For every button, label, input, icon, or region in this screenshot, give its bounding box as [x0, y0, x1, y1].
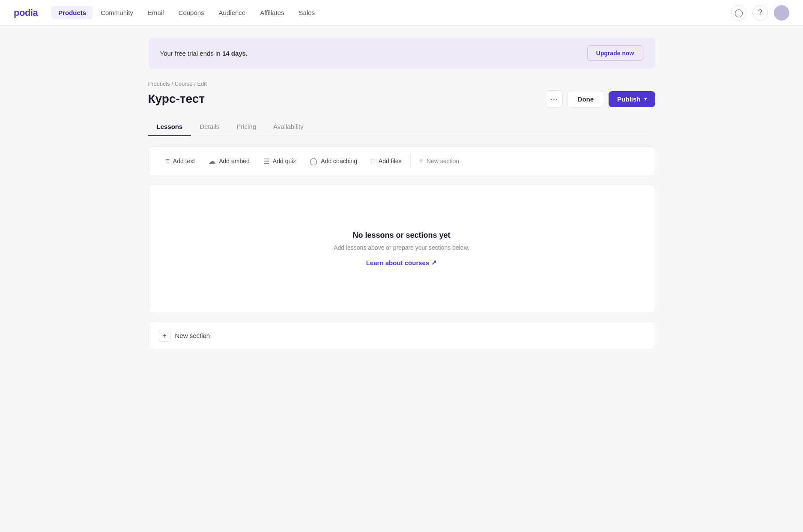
trial-text: Your free trial ends in 14 days. — [160, 50, 248, 57]
tab-availability[interactable]: Availability — [265, 118, 312, 136]
add-quiz-label: Add quiz — [273, 158, 296, 164]
empty-subtitle: Add lessons above or prepare your sectio… — [334, 244, 469, 251]
main-content: Products / Course / Edit Курс-тест ··· D… — [136, 81, 667, 367]
nav-link-affiliates[interactable]: Affiliates — [253, 6, 291, 19]
tab-lessons[interactable]: Lessons — [148, 118, 191, 136]
add-coaching-button[interactable]: ◯ Add coaching — [303, 154, 364, 169]
new-section-card[interactable]: + New section — [148, 322, 655, 350]
breadcrumb-course[interactable]: Course — [175, 81, 193, 87]
nav-link-coupons[interactable]: Coupons — [172, 6, 211, 19]
nav-link-audience[interactable]: Audience — [212, 6, 253, 19]
upgrade-button[interactable]: Upgrade now — [587, 45, 643, 61]
breadcrumb-edit: Edit — [197, 81, 206, 87]
logo[interactable]: podia — [14, 7, 38, 18]
nav-links: Products Community Email Coupons Audienc… — [51, 6, 731, 19]
quiz-icon: ☰ — [263, 157, 269, 165]
nav-link-community[interactable]: Community — [94, 6, 140, 19]
publish-button[interactable]: Publish ▾ — [609, 91, 655, 107]
new-section-label: New section — [175, 332, 210, 339]
breadcrumb: Products / Course / Edit — [148, 81, 655, 87]
tab-pricing[interactable]: Pricing — [228, 118, 265, 136]
navbar: podia Products Community Email Coupons A… — [0, 0, 803, 26]
plus-icon: + — [419, 157, 423, 165]
learn-label: Learn about courses — [366, 259, 430, 266]
add-text-label: Add text — [173, 158, 195, 164]
breadcrumb-products[interactable]: Products — [148, 81, 170, 87]
add-embed-label: Add embed — [219, 158, 250, 164]
add-quiz-button[interactable]: ☰ Add quiz — [257, 154, 303, 169]
tabs: Lessons Details Pricing Availability — [148, 118, 655, 136]
empty-state-card: No lessons or sections yet Add lessons a… — [148, 185, 655, 313]
chevron-down-icon: ▾ — [644, 96, 647, 102]
header-actions: ··· Done Publish ▾ — [546, 90, 655, 108]
more-button[interactable]: ··· — [546, 90, 563, 108]
nav-link-products[interactable]: Products — [51, 6, 93, 19]
done-button[interactable]: Done — [567, 91, 605, 108]
nav-link-email[interactable]: Email — [141, 6, 171, 19]
add-embed-button[interactable]: ☁ Add embed — [202, 154, 257, 169]
nav-right: ◯ ? — [731, 5, 789, 21]
coaching-icon: ◯ — [310, 157, 317, 165]
external-link-icon: ↗ — [431, 259, 437, 266]
publish-label: Publish — [617, 96, 640, 103]
add-coaching-label: Add coaching — [321, 158, 357, 164]
avatar[interactable] — [774, 5, 789, 21]
tab-details[interactable]: Details — [191, 118, 228, 136]
empty-title: No lessons or sections yet — [352, 231, 450, 240]
embed-icon: ☁ — [209, 157, 215, 165]
new-section-plus-icon: + — [159, 330, 171, 342]
page-header: Курс-тест ··· Done Publish ▾ — [148, 90, 655, 108]
help-icon[interactable]: ? — [752, 5, 768, 21]
add-files-button[interactable]: □ Add files — [364, 154, 408, 168]
new-section-toolbar-label: New section — [427, 158, 459, 164]
add-text-button[interactable]: ≡ Add text — [159, 154, 202, 168]
page-title: Курс-тест — [148, 92, 205, 106]
toolbar-card: ≡ Add text ☁ Add embed ☰ Add quiz ◯ Add … — [148, 146, 655, 176]
toolbar-divider — [410, 155, 411, 167]
new-section-toolbar-button[interactable]: + New section — [412, 154, 466, 168]
nav-link-sales[interactable]: Sales — [292, 6, 322, 19]
trial-banner: Your free trial ends in 14 days. Upgrade… — [148, 38, 655, 69]
learn-about-courses-link[interactable]: Learn about courses ↗ — [366, 259, 437, 266]
add-files-label: Add files — [379, 158, 402, 164]
files-icon: □ — [371, 157, 375, 165]
chat-icon[interactable]: ◯ — [731, 5, 746, 21]
text-icon: ≡ — [166, 157, 170, 165]
